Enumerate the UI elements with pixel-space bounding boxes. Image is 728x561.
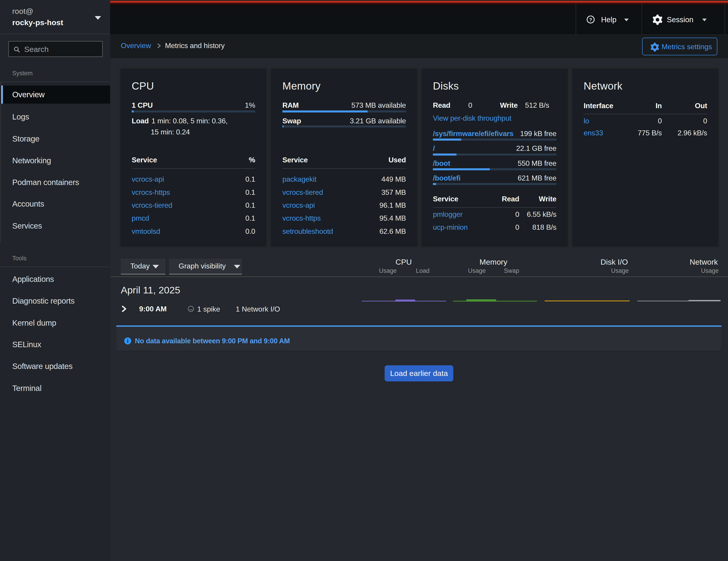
svg-text:?: ? xyxy=(589,17,592,22)
